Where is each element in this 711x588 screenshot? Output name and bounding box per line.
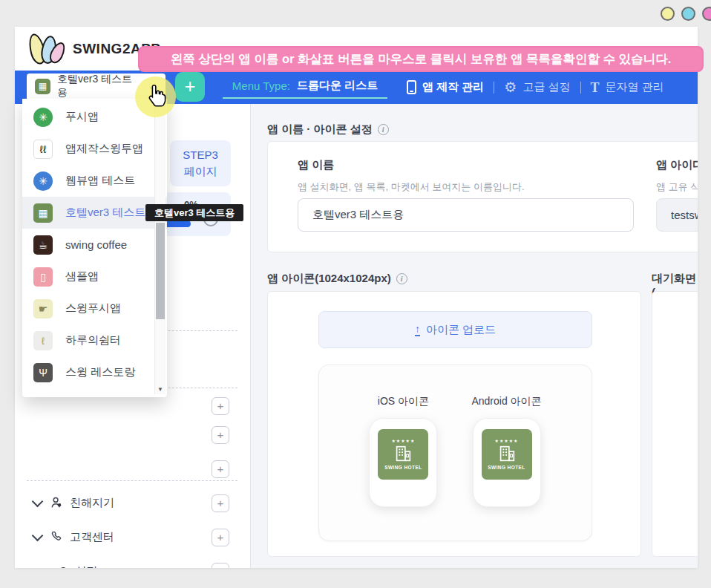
app-list-item[interactable]: ✳푸시앱 [22, 101, 154, 133]
section-title-text: 앱 아이콘(1024x1024px) [267, 272, 391, 286]
app-list-item[interactable]: ℓℓ앱제작스윙투앱 [22, 133, 154, 165]
guide-banner-text: 왼쪽 상단의 앱 이름 or 화살표 버튼을 마우스로 클릭시 보유한 앱 목록… [171, 51, 672, 68]
app-icon-card: 아이콘 업로드 iOS 아이콘 ★★★★★ SWING HOTEL [267, 291, 641, 557]
phone-icon [407, 80, 416, 94]
icon-upload-label: 아이콘 업로드 [426, 323, 496, 337]
hotel-building-icon [497, 445, 517, 463]
android-icon-tile[interactable]: ★★★★★ SWING HOTEL [473, 418, 541, 507]
stars-icon: ★★★★★ [391, 439, 415, 443]
waiting-screen-card [652, 291, 698, 557]
app-icon: ℓ [33, 331, 53, 350]
add-menu-button[interactable] [212, 494, 229, 512]
add-menu-button[interactable] [212, 529, 229, 546]
add-menu-button[interactable] [212, 460, 229, 478]
nav-advanced-settings-label: 고급 설정 [522, 80, 570, 94]
toolbar-nav: 앱 제작 관리 ⚙ 고급 설정 T 문자열 관리 [407, 71, 664, 104]
nav-divider [580, 82, 581, 94]
app-icon: ✳ [33, 172, 53, 191]
chevron-down-icon[interactable] [32, 495, 44, 507]
sidebar-item-label: 고객센터 [70, 530, 114, 544]
app-list-item[interactable]: ☛스윙푸시앱 [22, 293, 154, 324]
section-title-app-icon: 앱 아이콘(1024x1024px) [267, 272, 407, 286]
nav-string-manage-label: 문자열 관리 [606, 80, 664, 94]
selected-app-name: 호텔ver3 테스트용 [57, 73, 142, 99]
android-icon-preview: Android 아이콘 ★★★★★ SWING HOTEL [471, 395, 541, 540]
app-id-label: 앱 아이디 [656, 158, 698, 172]
scrollbar-down-arrow-icon[interactable] [155, 386, 166, 393]
sidebar-item-settings[interactable]: ⊛ 설정 [47, 562, 97, 568]
app-name-card: 앱 이름 앱 설치화면, 앱 목록, 마켓에서 보여지는 이름입니다. 호텔ve… [267, 141, 698, 252]
info-icon[interactable] [378, 124, 389, 135]
gear-icon: ⚙ [504, 80, 517, 94]
app-icon-text: SWING HOTEL [488, 466, 525, 471]
app-name-tooltip: 호텔ver3 테스트용 [145, 204, 243, 221]
nav-divider [494, 82, 494, 94]
feather-logo-icon [27, 31, 65, 67]
app-icon: ℓℓ [33, 140, 53, 159]
app-icon: ▯ [33, 267, 53, 287]
icon-upload-button[interactable]: 아이콘 업로드 [318, 311, 592, 348]
icon-preview-box: iOS 아이콘 ★★★★★ SWING HOTEL Android 아이콘 [318, 365, 592, 541]
app-icon: Ψ [33, 363, 53, 382]
add-menu-button[interactable] [212, 426, 229, 444]
app-id-desc: 앱 고유 식 [656, 180, 698, 194]
swing-hotel-app-icon: ★★★★★ SWING HOTEL [378, 429, 428, 480]
menu-type-selector[interactable]: Menu Type: 드롭다운 리스트 [223, 74, 387, 99]
info-icon[interactable] [396, 273, 407, 284]
chevron-down-icon[interactable] [32, 529, 44, 541]
nav-string-manage[interactable]: T 문자열 관리 [591, 80, 664, 94]
nav-advanced-settings[interactable]: ⚙ 고급 설정 [504, 80, 570, 94]
app-icon: ☛ [33, 299, 53, 318]
app-list-item[interactable]: ▯샘플앱 [22, 261, 154, 293]
step3-line1: STEP3 [170, 147, 231, 163]
nav-app-build[interactable]: 앱 제작 관리 [407, 80, 484, 94]
ios-icon-tile[interactable]: ★★★★★ SWING HOTEL [369, 418, 437, 507]
add-menu-button[interactable] [212, 563, 229, 568]
sidebar-item-support[interactable]: 고객센터 [15, 528, 114, 546]
ios-icon-preview: iOS 아이콘 ★★★★★ SWING HOTEL [369, 395, 437, 540]
app-icon: ▦ [33, 203, 53, 223]
main-content: 앱 이름 · 아이콘 설정 앱 이름 앱 설치화면, 앱 목록, 마켓에서 보여… [251, 104, 698, 568]
app-list-item[interactable]: ✳웹뷰앱 테스트 [22, 165, 154, 197]
app-icon: ✳ [33, 108, 53, 127]
step3-line2: 페이지 [170, 163, 231, 180]
selected-app-icon: ▦ [35, 79, 50, 94]
sidebar-item-label: 친해지기 [70, 496, 114, 510]
add-app-button[interactable]: + [175, 72, 205, 102]
app-name-input[interactable]: 호텔ver3 테스트용 [298, 198, 634, 232]
ios-label: iOS 아이콘 [378, 395, 429, 408]
window-dot-yellow-icon[interactable] [661, 7, 675, 21]
scrollbar-thumb[interactable] [156, 223, 165, 319]
phone-handset-icon [50, 530, 63, 543]
screen: SWING2APP ▦ 호텔ver3 테스트용 ⌄ + Menu Type: 드… [0, 0, 711, 588]
divider [27, 480, 237, 481]
dropdown-scrollbar[interactable] [154, 99, 166, 394]
person-icon [50, 496, 63, 509]
window-dot-cyan-icon[interactable] [681, 7, 695, 21]
hand-cursor-icon [147, 84, 167, 110]
stars-icon: ★★★★★ [495, 439, 519, 443]
app-icon-text: SWING HOTEL [384, 466, 422, 471]
menu-type-label: Menu Type: [232, 79, 290, 92]
section-title-app-name: 앱 이름 · 아이콘 설정 [267, 122, 389, 137]
sidebar-item-friends[interactable]: 친해지기 [15, 494, 114, 512]
app-dropdown-panel: ✳푸시앱 ℓℓ앱제작스윙투앱 ✳웹뷰앱 테스트 ▦호텔ver3 테스트용 ☕sw… [22, 99, 167, 397]
window-controls [661, 7, 711, 21]
android-label: Android 아이콘 [471, 395, 541, 408]
app-list-item[interactable]: ℓ하루의쉼터 [22, 324, 154, 356]
upload-icon [415, 324, 420, 336]
add-menu-button[interactable] [212, 397, 229, 415]
app-id-input: testsw [656, 198, 698, 232]
section-title-text: 앱 이름 · 아이콘 설정 [267, 122, 373, 137]
text-icon: T [591, 81, 600, 94]
gear-dot-icon: ⊛ [58, 565, 68, 569]
nav-app-build-label: 앱 제작 관리 [422, 80, 484, 94]
app-list-item[interactable]: Ψ스윙 레스토랑 [22, 356, 154, 388]
tooltip-text: 호텔ver3 테스트용 [154, 206, 235, 220]
app-icon: ☕ [33, 235, 53, 255]
app-name-desc: 앱 설치화면, 앱 목록, 마켓에서 보여지는 이름입니다. [298, 180, 525, 194]
app-list-item[interactable]: ☕swing coffee [22, 229, 154, 261]
hotel-building-icon [393, 445, 413, 463]
step3-page-card[interactable]: STEP3 페이지 [170, 140, 231, 186]
window-dot-pink-icon[interactable] [702, 7, 711, 21]
